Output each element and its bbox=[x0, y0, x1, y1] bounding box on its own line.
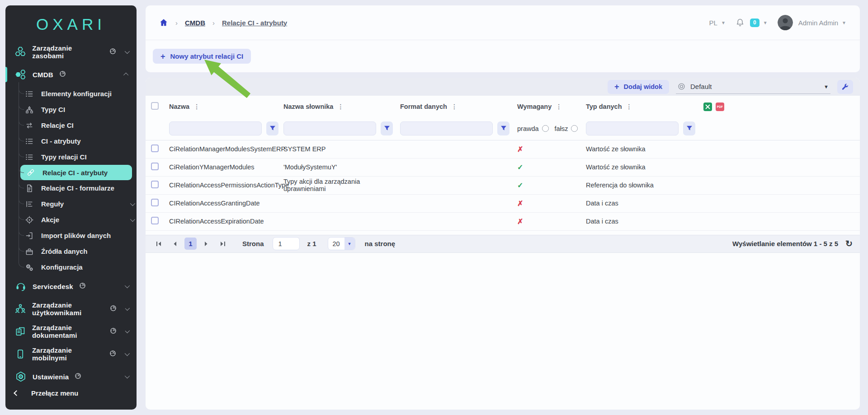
select-all-checkbox[interactable] bbox=[151, 102, 159, 110]
chevron-down-icon bbox=[130, 216, 135, 221]
filter-funnel-button[interactable] bbox=[266, 121, 278, 135]
sidebar-subitem[interactable]: Relacje CI bbox=[5, 117, 137, 133]
sidebar-item[interactable]: Zarządzanie użytkownikami bbox=[5, 298, 137, 320]
filter-input-format[interactable] bbox=[400, 121, 493, 135]
notification-badge[interactable]: 0 bbox=[750, 19, 760, 27]
tree-connector bbox=[19, 85, 24, 94]
sidebar-item[interactable]: Zarządzanie zasobami bbox=[5, 41, 137, 63]
filter-funnel-button[interactable] bbox=[497, 121, 509, 135]
export-pdf-icon[interactable]: PDF bbox=[716, 103, 724, 111]
add-view-button[interactable]: + Dodaj widok bbox=[608, 80, 669, 94]
last-page-button[interactable] bbox=[217, 238, 228, 250]
chevron-down-icon[interactable]: ▼ bbox=[842, 20, 846, 25]
sidebar-item[interactable]: CMDB bbox=[5, 63, 137, 86]
column-menu-icon[interactable]: ⋮ bbox=[193, 103, 200, 110]
users-icon bbox=[14, 303, 26, 315]
next-page-button[interactable] bbox=[201, 238, 212, 250]
current-page-button[interactable]: 1 bbox=[184, 238, 197, 250]
sidebar-subitem[interactable]: Relacje CI - atrybuty bbox=[20, 165, 132, 180]
chevron-down-icon bbox=[125, 351, 130, 356]
sidebar-item[interactable]: Zarządzanie dokumentami bbox=[5, 320, 137, 343]
bell-icon[interactable] bbox=[736, 18, 745, 27]
relations-icon bbox=[24, 121, 34, 130]
sidebar-subitem[interactable]: CI - atrybuty bbox=[5, 133, 137, 149]
cell-dictionary bbox=[283, 194, 400, 212]
filter-input-dictionary[interactable] bbox=[283, 121, 376, 135]
sidebar-item[interactable]: Zarządzanie mobilnymi bbox=[5, 343, 137, 365]
sidebar-subitem[interactable]: Import plików danych bbox=[5, 228, 137, 243]
tree-connector bbox=[19, 259, 24, 267]
page-number-input[interactable] bbox=[273, 237, 300, 250]
per-page-label: na stronę bbox=[365, 240, 396, 247]
chevron-down-icon[interactable]: ▼ bbox=[763, 20, 768, 25]
cell-name: CIRelationAccessGrantingDate bbox=[169, 194, 283, 212]
chevron-down-icon[interactable]: ▼ bbox=[721, 20, 726, 25]
previous-page-button[interactable] bbox=[169, 238, 180, 250]
first-page-button[interactable] bbox=[153, 238, 165, 250]
sidebar-subitem[interactable]: Akcje bbox=[5, 212, 137, 228]
breadcrumb-link-cmdb[interactable]: CMDB bbox=[185, 19, 205, 27]
breadcrumb-separator: › bbox=[212, 19, 215, 27]
cell-format bbox=[400, 158, 517, 176]
export-excel-icon[interactable] bbox=[703, 103, 712, 111]
gauge-icon bbox=[72, 373, 84, 379]
chevron-up-icon bbox=[123, 73, 128, 78]
required-check-icon: ✓ bbox=[517, 163, 523, 171]
column-menu-icon[interactable]: ⋮ bbox=[451, 103, 458, 110]
table-row[interactable]: CiRelationManagerModulesSystemERPSYSTEM … bbox=[146, 140, 860, 158]
breadcrumb-link-current[interactable]: Relacje CI - atrybuty bbox=[222, 19, 287, 27]
breadcrumb: › CMDB › Relacje CI - atrybuty PL ▼ 0 ▼ … bbox=[146, 5, 860, 40]
sidebar-subitem[interactable]: Typy relacji CI bbox=[5, 149, 137, 165]
page-size-select[interactable]: 20 ▼ bbox=[328, 237, 355, 250]
sidebar-subitem[interactable]: Reguły bbox=[5, 196, 137, 212]
settings-icon bbox=[14, 371, 27, 382]
new-attribute-button[interactable]: + Nowy atrybut relacji CI bbox=[153, 49, 251, 64]
radio-false[interactable] bbox=[571, 125, 578, 132]
sidebar-subitem[interactable]: Elementy konfiguracji bbox=[5, 86, 137, 102]
sidebar-subitem[interactable]: Konfiguracja bbox=[5, 259, 137, 275]
plus-icon: + bbox=[160, 52, 165, 61]
table-row[interactable]: CiRelationYManagerModules'ModułySystemuY… bbox=[146, 158, 860, 176]
radio-true[interactable] bbox=[542, 125, 549, 132]
row-checkbox[interactable] bbox=[151, 163, 159, 170]
sidebar-subitem[interactable]: Relacje CI - formularze bbox=[5, 180, 137, 196]
row-checkbox[interactable] bbox=[151, 181, 159, 188]
table-row[interactable]: CIRelationAccessGrantingDate✗Data i czas bbox=[146, 194, 860, 212]
documents-icon bbox=[14, 326, 26, 337]
home-icon[interactable] bbox=[159, 18, 168, 27]
filter-funnel-button[interactable] bbox=[381, 121, 393, 135]
tree-connector bbox=[19, 133, 24, 141]
sidebar-item[interactable]: Servicedesk bbox=[5, 275, 137, 298]
cell-format bbox=[400, 140, 517, 158]
breadcrumb-separator: › bbox=[175, 19, 178, 27]
menu-toggle[interactable]: Przełącz menu bbox=[5, 383, 137, 402]
table-row[interactable]: CIRelationAccessExpirationDate✗Data i cz… bbox=[146, 212, 860, 230]
filter-funnel-button[interactable] bbox=[683, 121, 695, 135]
tree-connector bbox=[19, 180, 24, 188]
column-menu-icon[interactable]: ⋮ bbox=[337, 103, 344, 110]
avatar[interactable] bbox=[778, 15, 793, 30]
row-checkbox[interactable] bbox=[151, 217, 159, 224]
row-checkbox[interactable] bbox=[151, 199, 159, 206]
tree-connector bbox=[19, 196, 24, 204]
filter-input-name[interactable] bbox=[169, 121, 262, 135]
table-row[interactable]: CIRelationAccessPermissionsActionTypeTyp… bbox=[146, 176, 860, 194]
document-icon bbox=[24, 184, 34, 193]
page-of-label: z 1 bbox=[307, 240, 316, 247]
tree-connector bbox=[19, 101, 24, 110]
filter-input-datatype[interactable] bbox=[586, 121, 679, 135]
view-selector[interactable]: Default ▼ bbox=[676, 80, 830, 94]
required-filter: prawda fałsz bbox=[517, 125, 581, 132]
sidebar-subitem[interactable]: Typy CI bbox=[5, 102, 137, 117]
row-checkbox[interactable] bbox=[151, 145, 159, 152]
cell-format bbox=[400, 212, 517, 230]
language-selector[interactable]: PL bbox=[709, 19, 717, 27]
sidebar-subitem[interactable]: Źródła danych bbox=[5, 243, 137, 259]
column-menu-icon[interactable]: ⋮ bbox=[556, 103, 562, 110]
column-menu-icon[interactable]: ⋮ bbox=[626, 103, 632, 110]
refresh-icon[interactable]: ↻ bbox=[845, 238, 853, 249]
user-name[interactable]: Admin Admin bbox=[798, 19, 838, 27]
gauge-icon bbox=[107, 350, 119, 357]
header-right: PL ▼ 0 ▼ Admin Admin ▼ bbox=[709, 15, 846, 30]
table-settings-button[interactable] bbox=[837, 80, 853, 94]
